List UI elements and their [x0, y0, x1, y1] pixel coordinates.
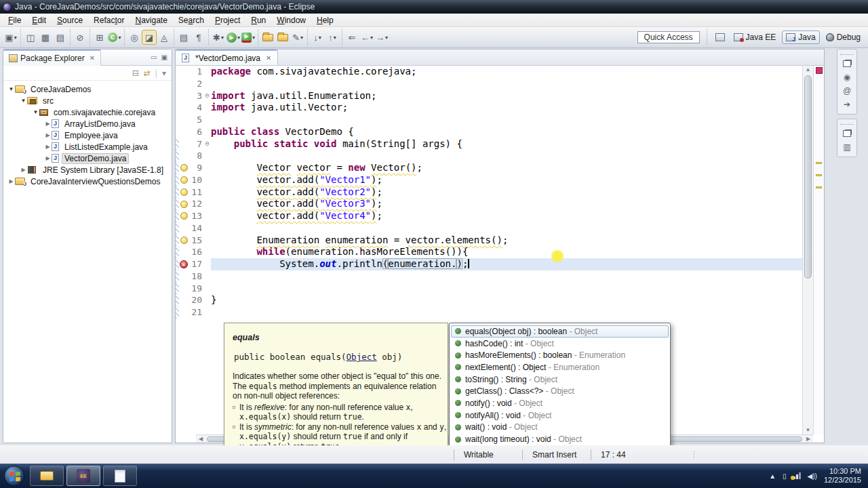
taskbar-explorer-button[interactable] — [30, 466, 64, 486]
expand-arrow-icon[interactable]: ▶ — [44, 132, 52, 138]
volume-icon[interactable]: ◀)) — [808, 472, 817, 480]
menu-help[interactable]: Help — [311, 14, 339, 26]
view-menu-icon[interactable]: ▾ — [162, 68, 166, 78]
vertical-scroll-thumb[interactable] — [804, 75, 812, 279]
run-button[interactable]: ▶▾ — [226, 30, 241, 45]
declaration-view-icon[interactable]: ➔ — [837, 98, 856, 111]
perspective-java-ee[interactable]: Java EE — [730, 31, 780, 43]
code-line-18[interactable]: 18 — [176, 270, 813, 283]
expand-arrow-icon[interactable]: ▶ — [20, 167, 27, 173]
code-line-8[interactable]: 8 — [176, 150, 813, 162]
open-resource-button[interactable] — [275, 30, 290, 45]
search-button[interactable]: ✎▾ — [290, 30, 305, 45]
package-explorer-tab[interactable]: Package Explorer ✕ — [3, 49, 101, 66]
back-button[interactable]: ←▾ — [359, 30, 374, 45]
new-java-project-button[interactable]: ⊞ — [92, 30, 107, 45]
last-edit-location-button[interactable]: ⇐ — [344, 30, 359, 45]
javadoc-view-icon[interactable]: @ — [837, 84, 856, 98]
menu-source[interactable]: Source — [52, 14, 88, 26]
code-line-21[interactable]: 21 — [176, 306, 813, 319]
scroll-up-icon[interactable]: ▲ — [803, 66, 813, 74]
menu-file[interactable]: File — [3, 14, 26, 26]
collapse-arrow-icon[interactable]: ▼ — [32, 109, 39, 115]
code-line-7[interactable]: 7⊖ public static void main(String[] args… — [176, 138, 813, 150]
collapse-all-icon[interactable]: ⊟ — [132, 68, 139, 78]
editor-vertical-scrollbar[interactable]: ▲ ▼ — [802, 66, 813, 434]
menu-navigate[interactable]: Navigate — [130, 14, 172, 26]
drag-grip[interactable] — [840, 51, 854, 55]
code-line-15[interactable]: 15 Enumeration enumeration = vector.elem… — [176, 235, 813, 247]
scroll-right-icon[interactable]: ▶ — [804, 436, 813, 442]
menu-run[interactable]: Run — [245, 14, 271, 26]
code-line-1[interactable]: 1package com.sivajavatechie.corejava; — [176, 66, 813, 78]
drag-grip[interactable] — [840, 121, 854, 125]
minimize-view-icon[interactable]: ▭ — [151, 54, 157, 61]
fold-collapse-icon[interactable]: ⊖ — [203, 90, 211, 102]
quick-access-field[interactable]: Quick Access — [637, 31, 700, 43]
warning-icon[interactable] — [180, 237, 188, 244]
tree-item-employee-java[interactable]: ▶Employee.java — [3, 129, 172, 141]
tree-item-corejavademos[interactable]: ▼CoreJavaDemos — [3, 83, 172, 95]
warning-icon[interactable] — [180, 201, 188, 208]
collapse-arrow-icon[interactable]: ▼ — [20, 98, 27, 104]
tree-item-vectordemo-java[interactable]: ▶VectorDemo.java — [3, 152, 172, 164]
mark-occurrences-button[interactable]: ◪ — [142, 30, 157, 45]
warning-icon[interactable] — [180, 212, 188, 220]
close-icon[interactable]: ✕ — [266, 54, 271, 62]
code-line-14[interactable]: 14 — [176, 222, 813, 235]
network-icon[interactable] — [793, 472, 801, 479]
restore-views-icon[interactable] — [837, 127, 856, 140]
error-icon[interactable]: ✕ — [180, 260, 188, 268]
save-all-button[interactable]: ▦ — [38, 30, 53, 45]
menu-window[interactable]: Window — [271, 14, 311, 26]
taskbar-clock[interactable]: 10:30 PM 12/23/2015 — [824, 467, 861, 485]
maximize-view-icon[interactable]: ▣ — [161, 54, 167, 61]
proposal-nextElement[interactable]: nextElement() : Object - Enumeration — [451, 361, 669, 373]
taskbar-eclipse-button[interactable]: EE — [66, 466, 100, 486]
expand-arrow-icon[interactable]: ▶ — [7, 178, 15, 184]
code-line-11[interactable]: 11 vector.add("Vector2"); — [176, 186, 813, 199]
code-line-2[interactable]: 2 — [176, 78, 813, 90]
warning-marker[interactable] — [816, 174, 822, 176]
code-line-9[interactable]: 9 Vector vector = new Vector(); — [176, 162, 813, 174]
tree-item-src[interactable]: ▼src — [3, 95, 172, 106]
proposal-notifyAll[interactable]: notifyAll() : void - Object — [451, 409, 669, 422]
skip-all-breakpoints-button[interactable]: ⊘ — [73, 30, 87, 45]
scroll-down-icon[interactable]: ▼ — [803, 426, 813, 434]
sort-members-button[interactable]: ◬ — [157, 30, 172, 45]
proposal-equals[interactable]: equals(Object obj) : boolean - Object — [451, 325, 669, 338]
code-line-4[interactable]: 4import java.util.Vector; — [176, 102, 813, 114]
code-line-12[interactable]: 12 vector.add("Vector3"); — [176, 198, 813, 210]
expand-arrow-icon[interactable]: ▶ — [44, 155, 52, 161]
previous-annotation-button[interactable]: ↑▾ — [325, 30, 340, 45]
tray-expand-icon[interactable]: ▲ — [769, 472, 776, 480]
menu-project[interactable]: Project — [210, 14, 245, 26]
tree-item-jre-system-library-javase-1-8-[interactable]: ▶JRE System Library [JavaSE-1.8] — [3, 164, 172, 176]
menu-search[interactable]: Search — [173, 14, 210, 26]
warning-icon[interactable] — [180, 188, 188, 196]
proposal-toString[interactable]: toString() : String - Object — [451, 373, 669, 386]
expand-arrow-icon[interactable]: ▶ — [44, 121, 52, 127]
warning-icon[interactable] — [180, 176, 188, 184]
tree-item-corejavainterviewquestionsdemos[interactable]: ▶CoreJavaInterviewQuestionsDemos — [3, 176, 172, 187]
proposal-wait[interactable]: wait(long timeout) : void - Object — [451, 433, 669, 445]
tree-item-arraylistdemo-java[interactable]: ▶ArrayListDemo.java — [3, 118, 172, 129]
code-line-20[interactable]: 20} — [176, 294, 813, 306]
scroll-left-icon[interactable]: ◀ — [196, 436, 205, 442]
link-with-editor-icon[interactable]: ⇄ — [144, 68, 151, 78]
overview-ruler[interactable] — [813, 66, 824, 434]
proposal-notify[interactable]: notify() : void - Object — [451, 397, 669, 409]
menu-edit[interactable]: Edit — [26, 14, 52, 26]
new-class-button[interactable]: C▾ — [107, 30, 122, 45]
proposal-wait[interactable]: wait() : void - Object — [451, 422, 669, 434]
external-tools-button[interactable]: ✱▾ — [211, 30, 226, 45]
proposal-list[interactable]: equals(Object obj) : boolean - Objecthas… — [450, 323, 670, 458]
forward-button[interactable]: →▾ — [374, 30, 389, 45]
new-wizard-button[interactable]: ▣▾ — [3, 30, 18, 45]
code-line-13[interactable]: 13 vector.add("Vector4"); — [176, 210, 813, 222]
code-line-19[interactable]: 19 — [176, 283, 813, 295]
code-line-3[interactable]: 3⊖import java.util.Enumeration; — [176, 90, 813, 102]
restore-views-icon[interactable] — [837, 57, 856, 70]
tree-item-listlistedexample-java[interactable]: ▶ListListedExample.java — [3, 141, 172, 152]
taskbar-notepad-button[interactable] — [103, 466, 137, 486]
